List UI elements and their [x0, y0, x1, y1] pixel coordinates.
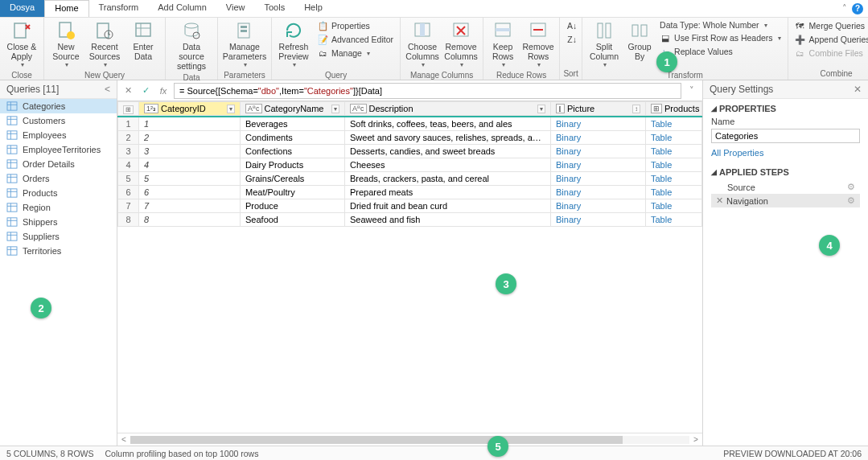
split-column-button[interactable]: SplitColumn [586, 19, 623, 70]
cell-products[interactable]: Table [646, 199, 702, 213]
refresh-preview-button[interactable]: RefreshPreview [275, 19, 312, 70]
cell-picture[interactable]: Binary [551, 117, 646, 131]
data-type-button[interactable]: Data Type: Whole Number [656, 19, 784, 31]
filter-icon[interactable]: ▾ [537, 105, 545, 113]
col-header-categoryid[interactable]: 1²₃CategoryID▾ [139, 102, 241, 116]
col-header-categoryname[interactable]: AᴮcCategoryName▾ [241, 102, 345, 116]
applied-step[interactable]: Source⚙ [711, 180, 860, 194]
query-item[interactable]: Shippers [0, 215, 117, 229]
filter-icon[interactable]: ▾ [227, 105, 235, 113]
gear-icon[interactable]: ⚙ [847, 195, 855, 206]
horizontal-scrollbar[interactable]: < > [117, 433, 702, 446]
applied-step[interactable]: ✕Navigation⚙ [711, 194, 860, 207]
cell-picture[interactable]: Binary [551, 213, 646, 227]
chevron-up-icon[interactable]: ˄ [842, 3, 847, 14]
all-properties-link[interactable]: All Properties [711, 148, 763, 158]
query-name-input[interactable] [711, 129, 860, 143]
table-row[interactable]: 44Dairy ProductsCheesesBinaryTable [118, 158, 702, 172]
close-apply-button[interactable]: Close &Apply [3, 19, 40, 70]
remove-columns-button[interactable]: RemoveColumns [442, 19, 479, 70]
scroll-track[interactable] [130, 436, 689, 444]
table-row[interactable]: 77ProduceDried fruit and bean curdBinary… [118, 199, 702, 213]
table-row[interactable]: 88SeafoodSeaweed and fishBinaryTable [118, 213, 702, 227]
choose-columns-button[interactable]: ChooseColumns [404, 19, 441, 70]
query-item[interactable]: Customers [0, 113, 117, 128]
formula-cancel-icon[interactable]: ✕ [121, 84, 135, 98]
tab-file[interactable]: Dosya [0, 0, 44, 17]
cell-products[interactable]: Table [646, 158, 702, 172]
collapse-tri-icon[interactable]: ◢ [711, 105, 717, 113]
new-source-button[interactable]: NewSource [47, 19, 84, 70]
manage-parameters-button[interactable]: ManageParameters [221, 19, 268, 70]
merge-queries-button[interactable]: 🗺Merge Queries [792, 19, 868, 32]
formula-expand-icon[interactable]: ˅ [685, 85, 699, 96]
table-row[interactable]: 66Meat/PoultryPrepared meatsBinaryTable [118, 186, 702, 199]
row-select-header[interactable]: ⊞ [118, 102, 139, 116]
formula-input[interactable]: = Source{[Schema="dbo",Item="Categories"… [174, 83, 681, 99]
query-item[interactable]: Categories [0, 99, 117, 113]
data-source-settings-button[interactable]: Data sourcesettings [169, 19, 214, 72]
cell-products[interactable]: Table [646, 172, 702, 186]
sort-asc-button[interactable]: A↓ [563, 19, 581, 32]
cell-products[interactable]: Table [646, 186, 702, 199]
collapse-left-icon[interactable]: < [105, 84, 110, 95]
first-row-headers-button[interactable]: ⬓Use First Row as Headers [656, 31, 784, 44]
table-row[interactable]: 11BeveragesSoft drinks, coffees, teas, b… [118, 117, 702, 131]
col-header-description[interactable]: AᴮcDescription▾ [345, 102, 551, 116]
keep-rows-button[interactable]: KeepRows [487, 19, 519, 70]
cell-products[interactable]: Table [646, 117, 702, 131]
group-by-button[interactable]: GroupBy [624, 19, 655, 63]
remove-rows-button[interactable]: RemoveRows [520, 19, 556, 70]
query-item[interactable]: Region [0, 200, 117, 215]
collapse-tri-icon[interactable]: ◢ [711, 168, 717, 176]
query-item[interactable]: Order Details [0, 157, 117, 171]
table-row[interactable]: 22CondimentsSweet and savory sauces, rel… [118, 131, 702, 145]
query-item[interactable]: Territories [0, 244, 117, 258]
tab-tools[interactable]: Tools [254, 0, 294, 17]
tab-add-column[interactable]: Add Column [148, 0, 216, 17]
tab-help[interactable]: Help [294, 0, 332, 17]
properties-button[interactable]: 📋Properties [314, 19, 397, 32]
cell-picture[interactable]: Binary [551, 172, 646, 186]
query-item[interactable]: EmployeeTerritories [0, 142, 117, 157]
cell-products[interactable]: Table [646, 145, 702, 158]
gear-icon[interactable]: ⚙ [847, 182, 855, 192]
formula-fx-icon[interactable]: fx [156, 84, 171, 98]
close-icon[interactable]: ✕ [854, 84, 862, 95]
help-icon[interactable]: ? [852, 3, 863, 14]
tab-view[interactable]: View [216, 0, 255, 17]
cell-picture[interactable]: Binary [551, 131, 646, 145]
query-item[interactable]: Orders [0, 171, 117, 186]
query-item[interactable]: Employees [0, 128, 117, 142]
combine-files-button[interactable]: 🗂Combine Files [792, 47, 868, 60]
table-row[interactable]: 33ConfectionsDesserts, candies, and swee… [118, 145, 702, 158]
table-icon [6, 232, 18, 241]
formula-commit-icon[interactable]: ✓ [138, 84, 153, 98]
append-queries-button[interactable]: ➕Append Queries [792, 33, 868, 46]
expand-icon[interactable]: ↕ [632, 105, 640, 113]
col-header-picture[interactable]: ⫿Picture↕ [551, 102, 646, 116]
cell-picture[interactable]: Binary [551, 158, 646, 172]
cell-picture[interactable]: Binary [551, 186, 646, 199]
scroll-left-icon[interactable]: < [117, 435, 130, 444]
delete-step-icon[interactable]: ✕ [716, 195, 723, 206]
filter-icon[interactable]: ▾ [331, 105, 339, 113]
query-item[interactable]: Suppliers [0, 229, 117, 244]
tab-home[interactable]: Home [44, 0, 88, 17]
sort-desc-button[interactable]: Z↓ [563, 33, 581, 46]
scroll-right-icon[interactable]: > [689, 435, 702, 444]
tab-transform[interactable]: Transform [89, 0, 149, 17]
cell-products[interactable]: Table [646, 213, 702, 227]
table-row[interactable]: 55Grains/CerealsBreads, crackers, pasta,… [118, 172, 702, 186]
cell-picture[interactable]: Binary [551, 145, 646, 158]
advanced-editor-button[interactable]: 📝Advanced Editor [314, 33, 397, 46]
query-item[interactable]: Products [0, 186, 117, 200]
col-header-products[interactable]: ⊞Products [646, 102, 702, 116]
recent-sources-button[interactable]: RecentSources [86, 19, 123, 70]
cell-products[interactable]: Table [646, 131, 702, 145]
cell-picture[interactable]: Binary [551, 199, 646, 213]
queries-list: CategoriesCustomersEmployeesEmployeeTerr… [0, 99, 117, 446]
enter-data-button[interactable]: EnterData [125, 19, 162, 63]
scroll-thumb[interactable] [130, 436, 623, 444]
manage-button[interactable]: 🗂Manage [314, 47, 397, 60]
